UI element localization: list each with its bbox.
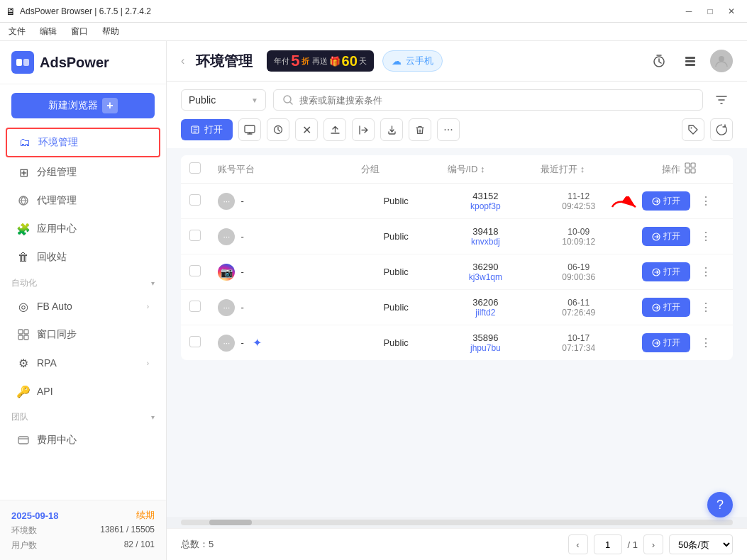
- sidebar-item-fbauto[interactable]: ◎ FB Auto ›: [6, 293, 160, 320]
- col-header-id[interactable]: 编号/ID ↕: [439, 155, 532, 184]
- platform-cell-3: 📷 -: [218, 264, 344, 281]
- promo-banner: 年付 5 折 再送 🎁 60 天: [267, 50, 374, 72]
- user-count-row: 用户数 82 / 101: [11, 539, 155, 551]
- section-automation-arrow: ▾: [151, 279, 155, 287]
- row-checkbox-5[interactable]: [189, 336, 201, 347]
- row-open-button-5[interactable]: 打开: [642, 333, 690, 352]
- select-all-checkbox[interactable]: [189, 162, 201, 174]
- open-button[interactable]: 打开: [181, 119, 233, 140]
- platform-icon-3: 📷: [218, 264, 235, 281]
- menu-window[interactable]: 窗口: [68, 24, 91, 39]
- avatar[interactable]: [710, 50, 733, 72]
- refresh-view-button[interactable]: [267, 118, 289, 141]
- more-actions-button[interactable]: ···: [437, 118, 460, 141]
- app-icon: 🖥: [6, 6, 16, 17]
- row-open-button-4[interactable]: 打开: [642, 298, 690, 317]
- table-header-row: 账号平台 分组 编号/ID ↕ 最近打开 ↕: [181, 155, 733, 184]
- next-page-button[interactable]: ›: [643, 534, 663, 554]
- screen-view-button[interactable]: [238, 118, 261, 141]
- platform-cell-2: ··· -: [218, 228, 344, 245]
- winsync-icon: [17, 328, 30, 341]
- row-open-button-3[interactable]: 打开: [642, 262, 690, 281]
- menu-edit[interactable]: 编辑: [37, 24, 60, 39]
- action-cell-5: 打开 ⋮: [633, 333, 724, 353]
- sidebar-item-winsync[interactable]: 窗口同步: [6, 321, 160, 348]
- table-scrollbar[interactable]: [181, 520, 733, 525]
- stop-button[interactable]: ✕: [295, 118, 318, 141]
- upload-button[interactable]: [323, 118, 346, 141]
- move-button[interactable]: [352, 118, 375, 141]
- sidebar-item-billing[interactable]: 费用中心: [6, 427, 160, 454]
- minimize-button[interactable]: ─: [679, 4, 699, 19]
- new-browser-button[interactable]: 新建浏览器 +: [11, 93, 155, 118]
- help-button[interactable]: ?: [707, 492, 733, 517]
- renew-link[interactable]: 续期: [136, 509, 155, 522]
- row-open-button-2[interactable]: 打开: [642, 227, 690, 246]
- delete-button[interactable]: [409, 118, 431, 141]
- group-icon: ⊞: [17, 166, 30, 179]
- menu-file[interactable]: 文件: [6, 24, 28, 39]
- close-button[interactable]: ✕: [721, 4, 741, 19]
- timer-button[interactable]: [648, 50, 670, 72]
- table-area: 账号平台 分组 编号/ID ↕ 最近打开 ↕: [167, 148, 747, 517]
- api-icon: 🔑: [17, 385, 30, 398]
- col-header-platform: 账号平台: [209, 155, 353, 184]
- id-cell-3: 36290 kj3w1qm: [448, 262, 524, 282]
- sidebar-item-proxy-label: 代理管理: [37, 194, 77, 207]
- row-more-button-1[interactable]: ⋮: [696, 191, 716, 211]
- row-open-button-1[interactable]: 打开: [642, 191, 690, 211]
- per-page-select[interactable]: 10条/页 20条/页 50条/页 100条/页: [669, 534, 733, 554]
- svg-rect-20: [691, 163, 695, 167]
- maximize-button[interactable]: □: [700, 4, 720, 19]
- reload-button[interactable]: [710, 118, 733, 141]
- group-select[interactable]: Public ▼: [181, 89, 266, 111]
- row-checkbox-2[interactable]: [189, 230, 201, 241]
- svg-rect-7: [18, 437, 28, 444]
- menu-help[interactable]: 帮助: [99, 24, 122, 39]
- row-checkbox-1[interactable]: [189, 194, 201, 206]
- row-more-button-2[interactable]: ⋮: [696, 227, 716, 247]
- sidebar-item-env[interactable]: 🗂 环境管理: [6, 128, 160, 157]
- row-more-button-3[interactable]: ⋮: [696, 262, 716, 282]
- sidebar-item-apps[interactable]: 🧩 应用中心: [6, 215, 160, 242]
- filter-settings-button[interactable]: [710, 89, 733, 111]
- prev-page-button[interactable]: ‹: [568, 534, 588, 554]
- platform-icon-1: ···: [218, 193, 235, 210]
- rpa-arrow: ›: [147, 359, 149, 367]
- sidebar-item-api[interactable]: 🔑 API: [6, 378, 160, 405]
- col-settings-icon[interactable]: [685, 162, 696, 176]
- sidebar-item-proxy[interactable]: 代理管理: [6, 187, 160, 214]
- group-cell-2: Public: [353, 219, 438, 254]
- table-row: ··· - Public 36206 jilftd2: [181, 290, 733, 325]
- search-input[interactable]: [299, 95, 694, 106]
- expire-date: 2025-09-18: [11, 510, 59, 521]
- row-more-button-4[interactable]: ⋮: [696, 298, 716, 318]
- row-open-label-2: 打开: [663, 230, 680, 242]
- table-row: 📷 - Public 36290 kj3w1qm: [181, 254, 733, 290]
- cloud-phone-icon: ☁: [392, 55, 402, 67]
- sidebar-item-group[interactable]: ⊞ 分组管理: [6, 159, 160, 186]
- table-scrollbar-thumb[interactable]: [209, 520, 252, 525]
- proxy-icon: [17, 194, 30, 207]
- date-cell-5: 10-17 07:17:34: [541, 333, 616, 353]
- sidebar-item-rpa[interactable]: ⚙ RPA ›: [6, 349, 160, 376]
- sidebar-item-billing-label: 费用中心: [37, 434, 77, 447]
- cloud-phone-button[interactable]: ☁ 云手机: [382, 50, 443, 72]
- row-checkbox-4[interactable]: [189, 301, 201, 312]
- svg-rect-9: [685, 57, 695, 59]
- svg-rect-11: [685, 64, 695, 66]
- action-cell-4: 打开 ⋮: [633, 298, 724, 318]
- row-checkbox-3[interactable]: [189, 265, 201, 276]
- col-header-lastopen[interactable]: 最近打开 ↕: [532, 155, 625, 184]
- tag-button[interactable]: [682, 118, 704, 141]
- row-more-button-5[interactable]: ⋮: [696, 333, 716, 353]
- titlebar-controls: ─ □ ✕: [679, 4, 741, 19]
- sidebar-item-apps-label: 应用中心: [37, 223, 77, 235]
- fbauto-arrow: ›: [147, 303, 149, 310]
- new-browser-label: 新建浏览器: [48, 99, 98, 112]
- sidebar-item-trash[interactable]: 🗑 回收站: [6, 244, 160, 271]
- export-button[interactable]: [380, 118, 403, 141]
- page-number-input[interactable]: [594, 534, 622, 554]
- sidebar-collapse-button[interactable]: ‹: [181, 55, 184, 67]
- list-view-button[interactable]: [679, 50, 702, 72]
